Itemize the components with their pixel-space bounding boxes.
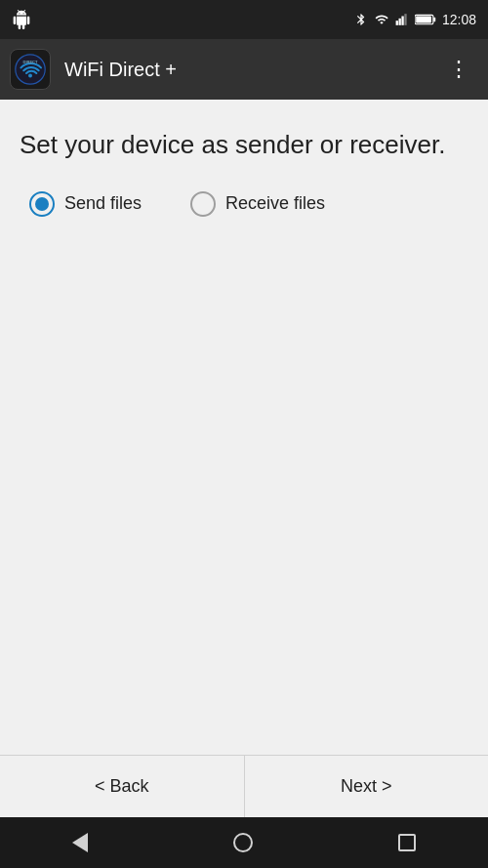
status-bar-left [12, 10, 31, 29]
svg-rect-2 [401, 17, 403, 25]
wifi-icon [374, 13, 389, 26]
send-files-option[interactable]: Send files [29, 191, 142, 217]
svg-rect-6 [416, 16, 431, 22]
next-button[interactable]: Next > [245, 756, 489, 817]
bottom-nav-bar: < Back Next > [0, 755, 488, 817]
system-home-button[interactable] [233, 833, 253, 852]
send-files-label: Send files [64, 193, 142, 214]
status-bar: 12:08 [0, 0, 488, 39]
battery-icon [415, 13, 436, 26]
app-bar: DIRECT WiFi Direct + ⋮ [0, 39, 488, 100]
main-content: Set your device as sender or receiver. S… [0, 100, 488, 755]
overflow-menu-button[interactable]: ⋮ [440, 55, 478, 84]
app-logo: DIRECT [10, 49, 51, 90]
status-bar-right: 12:08 [354, 12, 476, 27]
svg-rect-3 [404, 14, 406, 25]
bluetooth-icon [354, 13, 368, 26]
description-text: Set your device as sender or receiver. [20, 129, 468, 162]
signal-icon [395, 13, 409, 26]
system-back-button[interactable] [72, 833, 88, 852]
svg-text:DIRECT: DIRECT [23, 60, 38, 64]
back-button[interactable]: < Back [0, 756, 245, 817]
radio-group: Send files Receive files [29, 191, 468, 217]
send-files-radio[interactable] [29, 191, 55, 217]
app-logo-icon: DIRECT [15, 54, 46, 85]
svg-rect-0 [396, 21, 398, 25]
svg-point-8 [28, 73, 32, 77]
receive-files-label: Receive files [225, 193, 325, 214]
receive-files-radio[interactable] [190, 191, 216, 217]
android-icon [12, 10, 31, 29]
system-recents-button[interactable] [398, 834, 416, 851]
receive-files-option[interactable]: Receive files [190, 191, 325, 217]
svg-rect-5 [433, 18, 435, 22]
app-title: WiFi Direct + [64, 59, 440, 81]
system-nav-bar [0, 817, 488, 868]
svg-rect-1 [398, 19, 400, 25]
time-display: 12:08 [442, 12, 476, 27]
